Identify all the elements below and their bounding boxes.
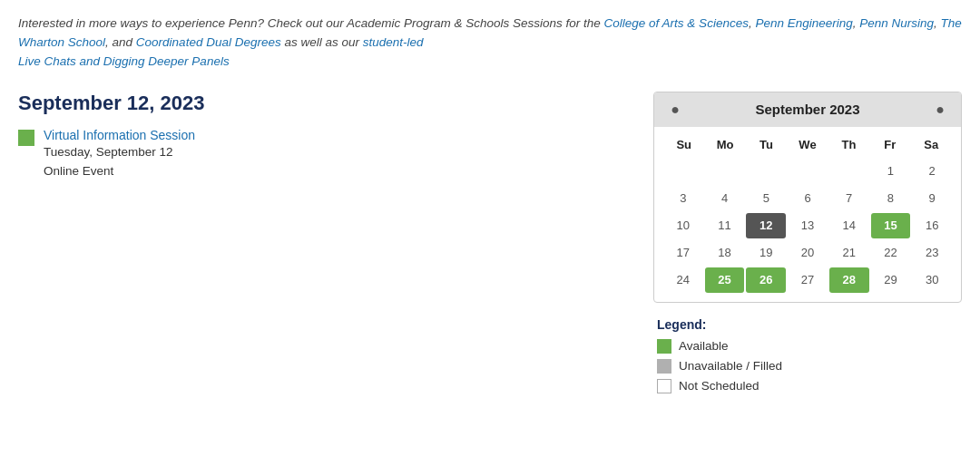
intro-comma3: , <box>934 16 941 30</box>
calendar-dates-grid: 1234567891011121314151617181920212223242… <box>663 159 952 293</box>
cal-empty <box>788 159 828 184</box>
link-college-arts-sciences[interactable]: College of Arts & Sciences <box>604 16 749 30</box>
link-coordinated-dual[interactable]: Coordinated Dual Degrees <box>136 35 281 49</box>
event-item: Virtual Information Session Tuesday, Sep… <box>18 128 617 181</box>
legend-not-scheduled-label: Not Scheduled <box>679 379 760 393</box>
next-month-button[interactable]: ● <box>930 100 950 120</box>
legend-not-scheduled: Not Scheduled <box>657 379 958 393</box>
legend-unavailable-box <box>657 359 671 374</box>
event-color-indicator <box>18 130 34 146</box>
legend-title: Legend: <box>657 317 958 332</box>
cal-date-5: 5 <box>746 186 786 211</box>
cal-date-14: 14 <box>829 213 869 238</box>
legend-unavailable-label: Unavailable / Filled <box>679 359 782 373</box>
day-th: Th <box>828 134 869 155</box>
intro-and: , and <box>105 35 136 49</box>
cal-date-29: 29 <box>871 267 911 293</box>
event-details: Virtual Information Session Tuesday, Sep… <box>44 128 195 181</box>
left-panel: September 12, 2023 Virtual Information S… <box>18 92 617 181</box>
cal-date-6: 6 <box>788 186 828 211</box>
calendar-header: ● September 2023 ● <box>654 92 961 127</box>
cal-date-10: 10 <box>663 213 703 238</box>
cal-date-16: 16 <box>912 213 952 238</box>
cal-date-21: 21 <box>829 240 869 266</box>
intro-text-before: Interested in more ways to experience Pe… <box>18 16 604 30</box>
cal-date-7: 7 <box>829 186 869 211</box>
day-fr: Fr <box>869 134 910 155</box>
cal-date-8: 8 <box>871 186 911 211</box>
cal-date-2: 2 <box>912 159 952 184</box>
day-tu: Tu <box>746 134 787 155</box>
cal-empty <box>746 159 786 184</box>
student-led-text: Live Chats and Digging Deeper Panels <box>18 54 230 68</box>
day-su: Su <box>663 134 704 155</box>
cal-date-19: 19 <box>746 240 786 266</box>
calendar-grid: Su Mo Tu We Th Fr Sa 1234567891011121314… <box>654 127 961 302</box>
calendar-day-names: Su Mo Tu We Th Fr Sa <box>663 134 952 155</box>
cal-date-26[interactable]: 26 <box>746 267 786 293</box>
event-location-line: Online Event <box>44 161 195 181</box>
cal-date-4: 4 <box>705 186 745 211</box>
cal-date-13: 13 <box>788 213 828 238</box>
legend-available-box <box>657 339 671 354</box>
cal-date-20: 20 <box>788 240 828 266</box>
prev-month-button[interactable]: ● <box>665 100 685 120</box>
event-date-line: Tuesday, September 12 <box>44 142 195 162</box>
calendar-month-label: September 2023 <box>755 102 859 117</box>
event-title-link[interactable]: Virtual Information Session <box>44 128 195 142</box>
cal-date-11: 11 <box>705 213 745 238</box>
legend-available: Available <box>657 339 958 354</box>
link-penn-engineering[interactable]: Penn Engineering <box>755 16 852 30</box>
cal-date-18: 18 <box>705 240 745 266</box>
cal-date-25[interactable]: 25 <box>705 267 745 293</box>
cal-date-17: 17 <box>663 240 703 266</box>
cal-date-28[interactable]: 28 <box>829 267 869 293</box>
legend-section: Legend: Available Unavailable / Filled N… <box>653 317 962 393</box>
cal-date-24: 24 <box>663 267 703 293</box>
cal-date-9: 9 <box>912 186 952 211</box>
cal-date-30: 30 <box>912 267 952 293</box>
legend-not-scheduled-box <box>657 379 671 393</box>
cal-empty <box>705 159 745 184</box>
day-we: We <box>787 134 828 155</box>
cal-date-15[interactable]: 15 <box>871 213 911 238</box>
intro-aswell: as well as our <box>281 35 363 49</box>
main-layout: September 12, 2023 Virtual Information S… <box>18 92 962 399</box>
cal-date-23: 23 <box>912 240 952 266</box>
cal-empty <box>829 159 869 184</box>
cal-date-12: 12 <box>746 213 786 238</box>
cal-date-1: 1 <box>871 159 911 184</box>
legend-available-label: Available <box>679 339 729 353</box>
date-heading: September 12, 2023 <box>18 92 617 115</box>
cal-date-3: 3 <box>663 186 703 211</box>
intro-paragraph: Interested in more ways to experience Pe… <box>18 15 962 72</box>
day-mo: Mo <box>704 134 745 155</box>
link-penn-nursing[interactable]: Penn Nursing <box>859 16 934 30</box>
calendar: ● September 2023 ● Su Mo Tu We Th Fr Sa … <box>653 92 962 303</box>
right-panel: ● September 2023 ● Su Mo Tu We Th Fr Sa … <box>653 92 962 399</box>
cal-date-27: 27 <box>788 267 828 293</box>
cal-date-22: 22 <box>871 240 911 266</box>
cal-empty <box>663 159 703 184</box>
day-sa: Sa <box>911 134 952 155</box>
legend-unavailable: Unavailable / Filled <box>657 359 958 374</box>
